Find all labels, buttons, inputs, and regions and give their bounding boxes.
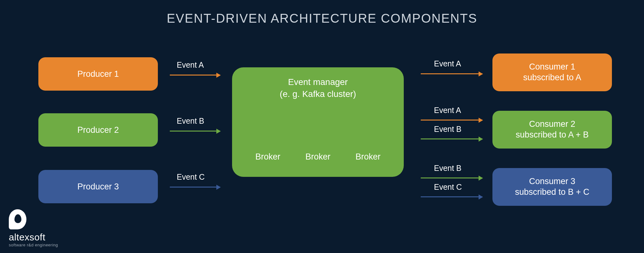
event-a-c2-label: Event A xyxy=(434,106,461,115)
event-b-left-label: Event B xyxy=(177,116,204,126)
consumer-1-l2: subscribed to A xyxy=(523,72,581,83)
broker-3: Broker xyxy=(356,152,381,162)
arrow-c1-a xyxy=(421,73,482,74)
brand-logo: altexsoft software r&d engineering xyxy=(9,209,58,247)
logo-tagline: software r&d engineering xyxy=(9,243,58,247)
producer-3-label: Producer 3 xyxy=(77,182,119,192)
consumer-2-l1: Consumer 2 xyxy=(529,119,575,130)
arrow-c2-a xyxy=(421,120,482,121)
arrow-c2-b xyxy=(421,138,482,139)
consumer-1-box: Consumer 1 subscribed to A xyxy=(492,53,612,91)
event-manager-box: Event manager (e. g. Kafka cluster) Brok… xyxy=(232,67,404,177)
arrow-producer1 xyxy=(170,75,220,76)
arrow-producer2 xyxy=(170,131,220,132)
event-b-c3-label: Event B xyxy=(434,164,462,173)
event-a-left-label: Event A xyxy=(177,60,204,70)
producer-2-box: Producer 2 xyxy=(38,113,158,147)
consumer-3-l2: subscribed to B + C xyxy=(515,187,589,198)
logo-name: altexsoft xyxy=(9,232,58,243)
consumer-1-l1: Consumer 1 xyxy=(529,62,575,72)
consumer-3-box: Consumer 3 subscribed to B + C xyxy=(492,168,612,206)
event-manager-title: Event manager (e. g. Kafka cluster) xyxy=(232,76,404,100)
broker-1: Broker xyxy=(255,152,280,162)
consumer-3-l1: Consumer 3 xyxy=(529,176,575,187)
consumer-2-l2: subscribed to A + B xyxy=(516,130,589,140)
event-c-c3-label: Event C xyxy=(434,183,462,192)
arrow-c3-b xyxy=(421,177,482,178)
broker-2: Broker xyxy=(305,152,330,162)
arrow-c3-c xyxy=(421,196,482,197)
event-b-c2-label: Event B xyxy=(434,125,462,134)
logo-mark-icon xyxy=(9,209,26,229)
event-a-c1-label: Event A xyxy=(434,59,461,68)
consumer-2-box: Consumer 2 subscribed to A + B xyxy=(492,111,612,149)
producer-2-label: Producer 2 xyxy=(77,125,119,135)
producer-3-box: Producer 3 xyxy=(38,170,158,203)
arrow-producer3 xyxy=(170,187,220,188)
producer-1-box: Producer 1 xyxy=(38,57,158,91)
manager-title-l1: Event manager xyxy=(288,77,348,87)
diagram-title: EVENT-DRIVEN ARCHITECTURE COMPONENTS xyxy=(0,11,644,25)
broker-row: Broker Broker Broker xyxy=(232,152,404,162)
manager-title-l2: (e. g. Kafka cluster) xyxy=(280,89,356,99)
producer-1-label: Producer 1 xyxy=(77,69,119,79)
event-c-left-label: Event C xyxy=(177,172,205,182)
